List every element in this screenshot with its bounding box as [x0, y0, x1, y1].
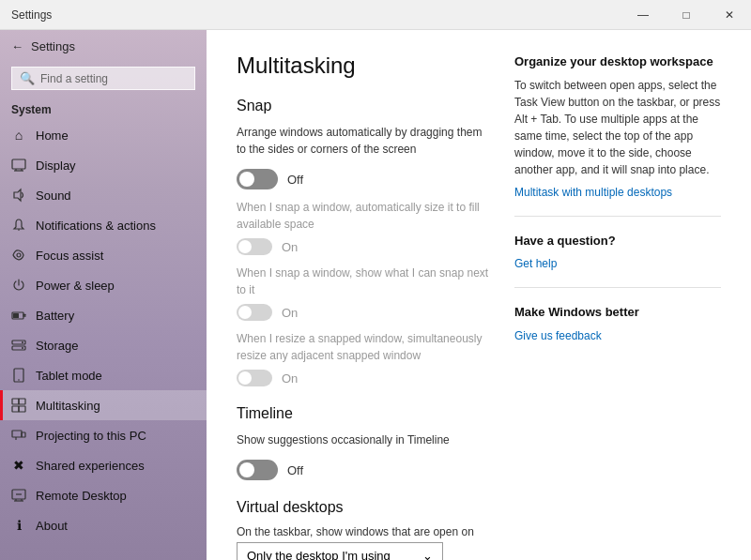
- organize-title: Organize your desktop workspace: [514, 53, 721, 71]
- sidebar-item-power[interactable]: Power & sleep: [0, 270, 207, 300]
- help-link[interactable]: Get help: [514, 255, 721, 272]
- timeline-description: Show suggestions occasionally in Timelin…: [237, 431, 492, 448]
- search-input[interactable]: [40, 72, 187, 85]
- sidebar-item-label: Storage: [36, 339, 79, 353]
- svg-rect-11: [13, 313, 19, 318]
- sidebar-item-label: Sound: [36, 189, 71, 203]
- titlebar-title: Settings: [11, 8, 52, 22]
- snap-sub1-toggle[interactable]: [237, 238, 272, 255]
- snap-description: Arrange windows automatically by draggin…: [237, 124, 492, 158]
- titlebar-controls: — □ ✕: [621, 0, 751, 30]
- taskbar-dropdown-label: On the taskbar, show windows that are op…: [237, 525, 492, 538]
- back-label: Settings: [31, 39, 75, 53]
- main-content: Multitasking Snap Arrange windows automa…: [207, 30, 751, 560]
- snap-sub3-toggle-label: On: [282, 371, 298, 386]
- svg-rect-22: [12, 431, 22, 437]
- snap-toggle-label: Off: [287, 173, 303, 187]
- help-section: Have a question? Get help: [514, 232, 721, 273]
- chevron-down-icon: ⌄: [422, 549, 433, 560]
- about-icon: ℹ: [11, 518, 26, 533]
- sidebar-item-label: Projecting to this PC: [36, 429, 146, 443]
- timeline-toggle-label: Off: [287, 463, 303, 477]
- sidebar-item-tablet[interactable]: Tablet mode: [0, 360, 207, 390]
- sidebar-item-label: Multitasking: [36, 399, 100, 413]
- svg-point-15: [22, 347, 23, 349]
- sidebar-item-battery[interactable]: Battery: [0, 300, 207, 330]
- sound-icon: [11, 188, 26, 203]
- sidebar-item-multitasking[interactable]: Multitasking: [0, 390, 207, 420]
- back-icon: ←: [11, 39, 23, 53]
- app-container: ← Settings 🔍 System ⌂ Home Display Sound: [0, 30, 751, 560]
- sidebar-item-focus[interactable]: Focus assist: [0, 240, 207, 270]
- taskbar-dropdown-value: Only the desktop I'm using: [247, 549, 391, 560]
- timeline-section-title: Timeline: [237, 405, 492, 422]
- minimize-button[interactable]: —: [621, 0, 665, 30]
- page-title: Multitasking: [237, 53, 492, 79]
- sidebar-item-label: Battery: [36, 309, 74, 323]
- content-area: Multitasking Snap Arrange windows automa…: [237, 53, 492, 537]
- sidebar-item-label: Notifications & actions: [36, 219, 156, 233]
- sidebar-item-about[interactable]: ℹ About: [0, 510, 207, 540]
- snap-sub2-toggle-label: On: [282, 306, 298, 320]
- sidebar-item-home[interactable]: ⌂ Home: [0, 120, 207, 150]
- sidebar-item-label: Display: [36, 159, 76, 173]
- snap-sub3-label: When I resize a snapped window, simultan…: [237, 330, 492, 364]
- projecting-icon: [11, 428, 26, 443]
- timeline-toggle[interactable]: [237, 460, 278, 480]
- sidebar-item-label: About: [36, 519, 68, 533]
- organize-text: To switch between open apps, select the …: [514, 77, 721, 178]
- battery-icon: [11, 308, 26, 323]
- sidebar-section-label: System: [0, 98, 207, 120]
- feedback-link[interactable]: Give us feedback: [514, 327, 721, 344]
- svg-rect-19: [19, 399, 25, 404]
- snap-toggle-row: Off: [237, 169, 492, 189]
- sidebar-item-display[interactable]: Display: [0, 150, 207, 180]
- vdesktops-section-title: Virtual desktops: [237, 499, 492, 516]
- snap-sub3: When I resize a snapped window, simultan…: [237, 330, 492, 386]
- snap-sub1-toggle-row: On: [237, 238, 492, 255]
- sidebar-item-projecting[interactable]: Projecting to this PC: [0, 420, 207, 450]
- svg-rect-0: [12, 159, 25, 169]
- snap-sub3-toggle[interactable]: [237, 370, 272, 386]
- snap-toggle-thumb: [239, 172, 254, 187]
- svg-rect-18: [12, 399, 19, 404]
- sidebar-item-label: Power & sleep: [36, 279, 115, 293]
- close-button[interactable]: ✕: [708, 0, 751, 30]
- snap-sub1: When I snap a window, automatically size…: [237, 199, 492, 255]
- shared-icon: ✖: [11, 458, 26, 473]
- svg-rect-23: [22, 432, 25, 437]
- organize-link[interactable]: Multitask with multiple desktops: [514, 184, 721, 201]
- sidebar-item-storage[interactable]: Storage: [0, 330, 207, 360]
- sidebar-item-label: Tablet mode: [36, 369, 102, 383]
- snap-sub1-toggle-thumb: [238, 240, 252, 253]
- sidebar-item-sound[interactable]: Sound: [0, 180, 207, 210]
- sidebar-item-remote[interactable]: Remote Desktop: [0, 480, 207, 510]
- svg-rect-21: [19, 406, 25, 412]
- home-icon: ⌂: [11, 128, 26, 143]
- snap-sub2-toggle[interactable]: [237, 304, 272, 321]
- snap-sub1-toggle-label: On: [282, 240, 298, 254]
- power-icon: [11, 278, 26, 293]
- sidebar-item-label: Shared experiences: [36, 459, 145, 473]
- snap-section-title: Snap: [237, 98, 492, 114]
- snap-toggle[interactable]: [237, 169, 278, 189]
- display-icon: [11, 158, 26, 173]
- svg-point-14: [22, 341, 23, 343]
- sidebar-item-notifications[interactable]: Notifications & actions: [0, 210, 207, 240]
- sidebar-item-label: Home: [36, 129, 69, 143]
- tablet-icon: [11, 368, 26, 383]
- remote-icon: [11, 488, 26, 503]
- back-button[interactable]: ← Settings: [0, 30, 207, 63]
- taskbar-dropdown[interactable]: Only the desktop I'm using ⌄: [237, 542, 443, 560]
- snap-sub3-toggle-row: On: [237, 370, 492, 386]
- right-panel: Organize your desktop workspace To switc…: [514, 53, 721, 537]
- search-icon: 🔍: [20, 71, 35, 85]
- svg-point-17: [18, 379, 20, 381]
- sidebar-item-shared[interactable]: ✖ Shared experiences: [0, 450, 207, 480]
- sidebar-item-label: Remote Desktop: [36, 489, 127, 503]
- svg-marker-4: [14, 189, 21, 201]
- right-divider-1: [514, 216, 721, 217]
- maximize-button[interactable]: □: [665, 0, 708, 30]
- svg-point-6: [17, 253, 21, 257]
- help-title: Have a question?: [514, 232, 721, 250]
